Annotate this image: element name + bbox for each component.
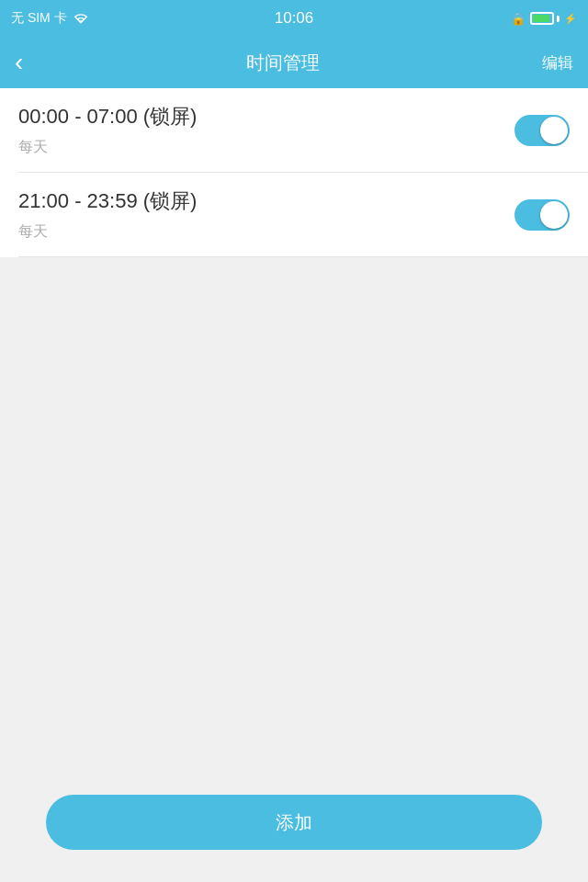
schedule-time-1: 00:00 - 07:00 (锁屏)	[18, 103, 197, 130]
status-right: 🔒 ⚡	[511, 12, 577, 26]
battery-indicator	[530, 12, 560, 25]
schedule-item-1: 00:00 - 07:00 (锁屏) 每天	[0, 88, 588, 172]
charging-icon: ⚡	[564, 13, 577, 25]
back-button[interactable]: ‹	[15, 50, 23, 75]
carrier-text: 无 SIM 卡	[11, 10, 67, 27]
toggle-1[interactable]	[514, 115, 570, 146]
wifi-icon	[73, 12, 89, 25]
status-time: 10:06	[275, 9, 314, 28]
status-left: 无 SIM 卡	[11, 10, 89, 27]
lock-icon: 🔒	[511, 12, 526, 26]
schedule-freq-1: 每天	[18, 138, 197, 157]
toggle-knob-2	[540, 201, 568, 229]
page-title: 时间管理	[246, 51, 320, 75]
nav-bar: ‹ 时间管理 编辑	[0, 37, 588, 88]
schedule-time-2: 21:00 - 23:59 (锁屏)	[18, 187, 197, 215]
toggle-knob-1	[540, 117, 568, 144]
schedule-list: 00:00 - 07:00 (锁屏) 每天 21:00 - 23:59 (锁屏)…	[0, 88, 588, 257]
schedule-info-1: 00:00 - 07:00 (锁屏) 每天	[18, 103, 197, 157]
schedule-info-2: 21:00 - 23:59 (锁屏) 每天	[18, 187, 197, 242]
empty-area	[0, 257, 588, 625]
schedule-item-2: 21:00 - 23:59 (锁屏) 每天	[0, 173, 588, 256]
status-bar: 无 SIM 卡 10:06 🔒 ⚡	[0, 0, 588, 37]
toggle-2[interactable]	[514, 199, 570, 231]
bottom-bar: 添加	[0, 781, 588, 882]
battery-body	[530, 12, 554, 25]
add-button[interactable]: 添加	[46, 795, 542, 850]
edit-button[interactable]: 编辑	[542, 52, 573, 74]
battery-tip	[557, 16, 560, 22]
battery-fill	[533, 15, 549, 22]
schedule-freq-2: 每天	[18, 222, 197, 242]
